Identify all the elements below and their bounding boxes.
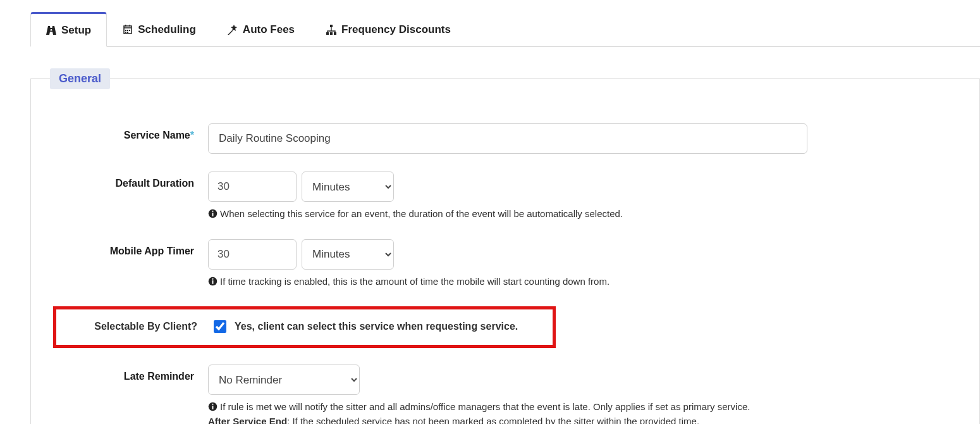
svg-rect-10 <box>334 32 336 35</box>
row-mobile-timer: Mobile App Timer Minutes If time trackin… <box>31 239 979 289</box>
tab-frequency-discounts-label: Frequency Discounts <box>341 23 451 36</box>
svg-rect-6 <box>130 25 131 27</box>
row-default-duration: Default Duration Minutes When selecting … <box>31 171 979 221</box>
helper-mobile-timer: If time tracking is enabled, this is the… <box>208 275 609 289</box>
svg-point-16 <box>212 278 213 279</box>
tab-auto-fees[interactable]: Auto Fees <box>212 12 310 47</box>
mobile-timer-unit[interactable]: Minutes <box>302 239 394 270</box>
svg-rect-9 <box>330 32 333 35</box>
svg-rect-18 <box>212 406 214 409</box>
info-icon <box>208 276 217 285</box>
row-late-reminder: Late Reminder No Reminder If rule is met… <box>31 365 979 424</box>
late-reminder-select[interactable]: No Reminder <box>208 365 360 395</box>
helper-late-reminder: If rule is met we will notify the sitter… <box>208 400 750 424</box>
tab-scheduling-label: Scheduling <box>138 23 196 36</box>
svg-point-19 <box>212 404 213 405</box>
svg-rect-1 <box>127 30 128 31</box>
default-duration-unit[interactable]: Minutes <box>302 171 394 202</box>
setup-panel: General Service Name* Default Duration <box>30 78 980 424</box>
helper-default-duration: When selecting this service for an event… <box>208 207 623 221</box>
svg-rect-2 <box>129 30 130 31</box>
calendar-icon <box>123 25 133 35</box>
road-icon <box>46 25 56 35</box>
info-icon <box>208 401 217 411</box>
after-service-end-label: After Service End <box>208 416 287 425</box>
section-general: General Service Name* Default Duration <box>31 78 979 424</box>
tab-frequency-discounts[interactable]: Frequency Discounts <box>310 12 467 47</box>
label-service-name: Service Name* <box>53 123 208 141</box>
service-name-input[interactable] <box>208 123 807 154</box>
svg-rect-4 <box>127 32 128 33</box>
svg-rect-15 <box>212 280 214 284</box>
svg-rect-0 <box>125 30 126 31</box>
svg-point-13 <box>212 211 213 212</box>
required-asterisk: * <box>190 130 194 140</box>
tab-auto-fees-label: Auto Fees <box>243 23 295 36</box>
svg-rect-3 <box>125 32 126 33</box>
svg-rect-8 <box>326 32 329 35</box>
svg-rect-7 <box>330 25 333 27</box>
wand-icon <box>228 25 238 35</box>
tab-setup[interactable]: Setup <box>30 12 107 47</box>
row-service-name: Service Name* <box>31 123 979 154</box>
tabs-bar: Setup Scheduling Auto Fees Frequency Dis… <box>30 11 980 47</box>
tab-setup-label: Setup <box>61 24 91 37</box>
info-icon <box>208 208 217 218</box>
section-title: General <box>50 68 110 89</box>
label-selectable-by-client: Selectable By Client? <box>63 321 211 332</box>
label-late-reminder: Late Reminder <box>53 365 208 382</box>
svg-rect-5 <box>125 25 126 27</box>
label-default-duration: Default Duration <box>53 171 208 189</box>
selectable-by-client-checkbox[interactable] <box>214 320 226 333</box>
label-mobile-timer: Mobile App Timer <box>53 239 208 257</box>
svg-rect-12 <box>212 213 214 216</box>
sitemap-icon <box>326 25 336 35</box>
mobile-timer-value[interactable] <box>208 239 297 270</box>
row-selectable-by-client: Selectable By Client? Yes, client can se… <box>53 306 556 348</box>
selectable-by-client-checkbox-label: Yes, client can select this service when… <box>235 321 518 332</box>
default-duration-value[interactable] <box>208 171 297 202</box>
tab-scheduling[interactable]: Scheduling <box>107 12 212 47</box>
